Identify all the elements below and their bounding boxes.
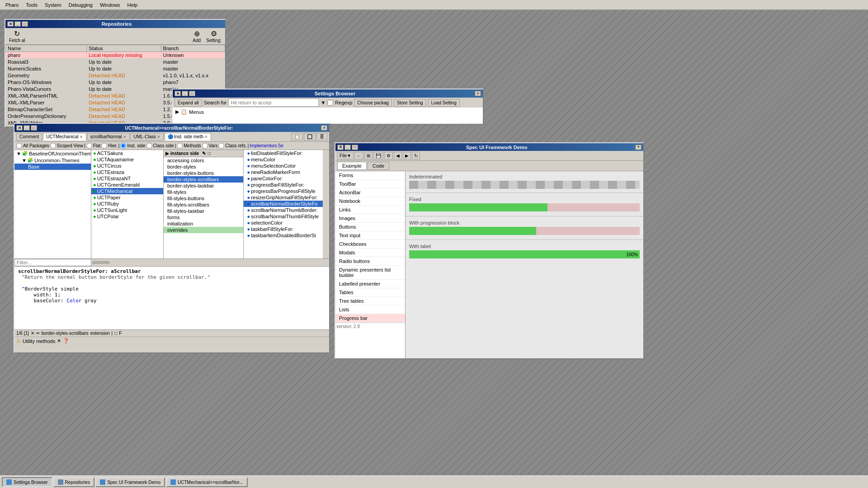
settings-btn[interactable]: ⚙ Setting: xyxy=(204,29,223,43)
category-list-item[interactable]: border-styles-scrollbars xyxy=(164,176,243,183)
method-list-item[interactable]: ●progressBarProgressFillStyle xyxy=(244,188,323,194)
dropdown-icon[interactable]: ▼ xyxy=(321,100,326,105)
store-settings-btn[interactable]: Store Setting xyxy=(394,99,426,107)
taskbar-settings-browser[interactable]: Settings Browser xyxy=(2,477,52,487)
refresh-btn[interactable]: ↻ xyxy=(412,152,420,160)
taskbar-uct[interactable]: UCTMechanical>>scrollbarNor... xyxy=(166,477,248,487)
class-list-item[interactable]: ●UTCPolar xyxy=(91,213,163,220)
tab-uml-close[interactable]: ✕ xyxy=(157,135,160,139)
regex-checkbox[interactable] xyxy=(327,100,333,106)
radio-flat[interactable]: Flat xyxy=(86,143,101,149)
settings-close-btn[interactable]: ✕ xyxy=(175,91,181,96)
spec-list-item[interactable]: Images xyxy=(335,214,405,223)
settings-tree-menus[interactable]: ▶ 📋 Menus xyxy=(174,108,482,115)
tab-inst-side[interactable]: 🔵 Inst. side meth ✕ xyxy=(165,133,211,141)
class-list-item[interactable]: ●ACTSakura xyxy=(91,150,163,156)
se-btn[interactable]: Se xyxy=(278,143,283,148)
category-list-item[interactable]: forms xyxy=(164,214,243,221)
tab-uct-close[interactable]: ✕ xyxy=(80,135,83,139)
repo-table-row[interactable]: NumericScalesUp to datemaster xyxy=(6,66,225,72)
menu-debugging[interactable]: Debugging xyxy=(65,1,96,9)
uct-close-btn[interactable]: ✕ xyxy=(16,125,23,131)
spec-list-item[interactable]: Radio buttons xyxy=(335,257,405,266)
menu-tools[interactable]: Tools xyxy=(22,1,41,9)
tree-uncommon-themes[interactable]: ▼ 🧩 Uncommon-Themes xyxy=(14,157,91,164)
uct-minimize-btn[interactable]: _ xyxy=(24,125,30,131)
uct-code-area[interactable]: scrollbarNormalBorderStyleFor: aScrollba… xyxy=(14,266,329,329)
close-indicator[interactable]: ✕ xyxy=(31,331,34,336)
category-list-item[interactable]: fill-styles-taskbar xyxy=(164,208,243,214)
tab-inst-close[interactable]: ✕ xyxy=(204,135,208,139)
spec-list-item[interactable]: Lists xyxy=(335,305,405,314)
utility-close-icon[interactable]: ✕ xyxy=(57,338,61,344)
category-list-item[interactable]: overrides xyxy=(164,227,243,233)
method-list-item[interactable]: ●progressBarFillStyleFor: xyxy=(244,182,323,188)
utility-help-icon[interactable]: ❓ xyxy=(63,338,69,344)
method-list-item[interactable]: ●selectionColor xyxy=(244,220,323,226)
settings-minimize-btn[interactable]: _ xyxy=(182,91,188,96)
repo-table-row[interactable]: Roassal3Up to datemaster xyxy=(6,59,225,66)
spec-list-item[interactable]: Labelled presenter xyxy=(335,280,405,288)
class-list-item[interactable]: ●UCTPaper xyxy=(91,194,163,201)
spec-list-item[interactable]: Progress bar xyxy=(335,314,405,323)
taskbar-spec-demo[interactable]: Spec UI Framework Demo xyxy=(95,477,165,487)
method-list-item[interactable]: ●scrollbarNormalBorderStyleFo xyxy=(244,201,323,207)
choose-package-btn[interactable]: Choose packag xyxy=(354,99,392,107)
tab-scrollbar-close[interactable]: ✕ xyxy=(123,135,127,139)
repo-close-btn[interactable]: ✕ xyxy=(7,21,14,27)
method-list-item[interactable]: ●resizerGripNormalFillStyleFor: xyxy=(244,194,323,201)
menu-system[interactable]: System xyxy=(41,1,65,9)
radio-scoped-view[interactable]: Scoped View xyxy=(50,143,83,149)
spec-list-item[interactable]: Tree tables xyxy=(335,297,405,305)
method-list-item[interactable]: ●taskbarItemDisabledBorderSt xyxy=(244,232,323,239)
class-list-item[interactable]: ●UCTGreenEmerald xyxy=(91,182,163,188)
method-list-item[interactable]: ●menuSelectionColor xyxy=(244,163,323,169)
menu-help[interactable]: Help xyxy=(124,1,142,9)
class-list-item[interactable]: ●UCTMechanical xyxy=(91,188,163,194)
nav-right-btn[interactable]: ▶ xyxy=(403,152,411,160)
method-list-item[interactable]: ●scrollbarNormalThumbBorder: xyxy=(244,207,323,213)
class-list-item[interactable]: ●UCTSunLight xyxy=(91,207,163,213)
nav-left-btn[interactable]: ◀ xyxy=(394,152,402,160)
spec-minimize-btn[interactable]: _ xyxy=(344,145,351,150)
category-list-item[interactable]: fill-styles-scrollbars xyxy=(164,202,243,208)
col-header-name[interactable]: Name xyxy=(6,45,87,52)
spec-list-item[interactable]: Buttons xyxy=(335,223,405,231)
menu-pharo[interactable]: Pharo xyxy=(2,1,22,9)
class-list-item[interactable]: ●UCTEstraza xyxy=(91,169,163,175)
spec-list-item[interactable]: Dynamic presenters list builder xyxy=(335,266,405,280)
uct-filter-input[interactable] xyxy=(14,259,91,266)
class-list-item[interactable]: ●UCTCircus xyxy=(91,163,163,169)
settings-maximize-btn[interactable]: □ xyxy=(189,91,195,96)
expand-all-btn[interactable]: Expand all xyxy=(175,99,202,107)
method-list-item[interactable]: ●menuColor xyxy=(244,156,323,163)
spec-list-item[interactable]: ActionBar xyxy=(335,188,405,197)
taskbar-repositories[interactable]: Repositories xyxy=(53,477,95,487)
method-list-item[interactable]: ●taskbarFillStyleFor: xyxy=(244,226,323,232)
back-btn[interactable]: ← xyxy=(354,152,363,160)
repo-maximize-btn[interactable]: □ xyxy=(22,21,28,27)
spec-list-item[interactable]: Forms xyxy=(335,171,405,180)
grid-btn[interactable]: ⊞ xyxy=(364,152,373,160)
fetch-all-btn[interactable]: ↻ Fetch al xyxy=(7,29,27,43)
load-settings-btn[interactable]: Load Setting xyxy=(428,99,460,107)
class-list-item[interactable]: ●UCTRuby xyxy=(91,201,163,207)
tab-extra3[interactable]: 🗄 xyxy=(316,133,327,141)
method-list-item[interactable]: ●scrollbarNormalThumbFillStyle xyxy=(244,213,323,220)
tab-extra2[interactable]: 🔲 xyxy=(304,133,316,141)
radio-all-packages[interactable]: All Packages xyxy=(16,143,49,149)
menu-windows[interactable]: Windows xyxy=(96,1,124,9)
category-list-item[interactable]: initialization xyxy=(164,221,243,227)
category-list-item[interactable]: fill-styles-buttons xyxy=(164,195,243,202)
tab-scrollbar-normal[interactable]: scrollbarNormal ✕ xyxy=(87,133,130,141)
spec-list-item[interactable]: Tables xyxy=(335,288,405,297)
class-list-item[interactable]: ●UCTEstrazaNT xyxy=(91,175,163,182)
radio-class-side[interactable]: Class side xyxy=(146,143,174,149)
tool-settings-btn[interactable]: ⚙ xyxy=(384,152,393,160)
tab-uct-mechanical[interactable]: UCTMechanical ✕ xyxy=(43,133,86,141)
spec-maximize-btn[interactable]: □ xyxy=(352,145,358,150)
method-list-item[interactable]: ●listDisabledFillStyleFor: xyxy=(244,150,323,156)
method-list-item[interactable]: ●paneColorFor: xyxy=(244,175,323,182)
tab-uml-class[interactable]: UML-Class ✕ xyxy=(131,133,164,141)
category-list-item[interactable]: border-styles-taskbar xyxy=(164,183,243,189)
